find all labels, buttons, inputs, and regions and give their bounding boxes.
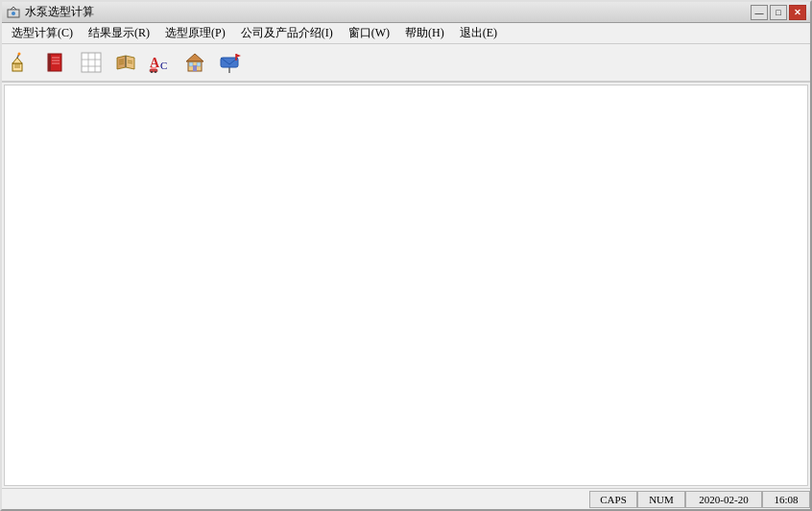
- status-time: 16:08: [762, 491, 810, 508]
- title-bar-left: 水泵选型计算: [6, 4, 94, 20]
- toolbar-btn-book-open[interactable]: [109, 46, 142, 79]
- svg-point-5: [18, 53, 21, 56]
- content-area: [4, 85, 808, 486]
- minimize-button[interactable]: —: [751, 5, 768, 20]
- window-title: 水泵选型计算: [25, 4, 94, 20]
- svg-rect-9: [48, 54, 51, 71]
- menu-bar: 选型计算(C) 结果显示(R) 选型原理(P) 公司及产品介绍(I) 窗口(W)…: [2, 23, 810, 44]
- menu-window[interactable]: 窗口(W): [341, 23, 397, 43]
- svg-marker-30: [186, 54, 203, 61]
- menu-help[interactable]: 帮助(H): [397, 23, 452, 43]
- menu-company-product[interactable]: 公司及产品介绍(I): [233, 23, 341, 43]
- menu-selection-calc[interactable]: 选型计算(C): [4, 23, 81, 43]
- svg-rect-34: [197, 62, 201, 66]
- svg-rect-13: [82, 53, 101, 72]
- svg-text:C: C: [160, 60, 167, 71]
- status-bar: CAPS NUM 2020-02-20 16:08: [2, 488, 810, 509]
- menu-selection-principle[interactable]: 选型原理(P): [157, 23, 233, 43]
- toolbar-btn-house[interactable]: [179, 46, 211, 79]
- svg-point-28: [155, 71, 156, 73]
- maximize-button[interactable]: □: [770, 5, 787, 20]
- toolbar-btn-font[interactable]: A C: [144, 46, 177, 79]
- svg-rect-29: [151, 67, 156, 69]
- svg-marker-3: [12, 58, 22, 63]
- svg-rect-32: [193, 65, 197, 71]
- title-bar-buttons: — □ ✕: [751, 5, 806, 20]
- status-date: 2020-02-20: [685, 491, 762, 508]
- svg-rect-33: [189, 62, 193, 66]
- menu-result-display[interactable]: 结果显示(R): [81, 23, 157, 43]
- svg-marker-38: [236, 54, 241, 58]
- toolbar-btn-mail[interactable]: [213, 46, 246, 79]
- toolbar: A C: [2, 44, 810, 83]
- main-window: 水泵选型计算 — □ ✕ 选型计算(C) 结果显示(R) 选型原理(P) 公司及…: [0, 0, 812, 511]
- title-bar: 水泵选型计算 — □ ✕: [2, 2, 810, 23]
- num-indicator: NUM: [637, 491, 685, 508]
- window-icon: [6, 5, 21, 20]
- close-button[interactable]: ✕: [789, 5, 806, 20]
- toolbar-btn-grid[interactable]: [75, 46, 107, 79]
- menu-exit[interactable]: 退出(E): [452, 23, 505, 43]
- svg-point-27: [151, 71, 153, 73]
- caps-indicator: CAPS: [589, 491, 637, 508]
- svg-point-1: [12, 12, 15, 15]
- toolbar-btn-book-red[interactable]: [40, 46, 73, 79]
- toolbar-btn-draw[interactable]: [6, 46, 38, 79]
